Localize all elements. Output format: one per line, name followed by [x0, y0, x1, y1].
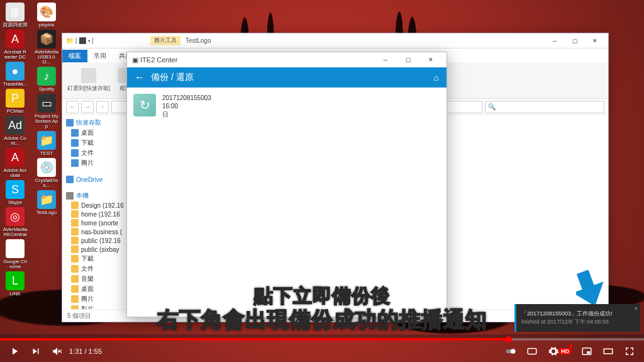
- minimize-button[interactable]: ─: [545, 35, 564, 47]
- nav-item[interactable]: home (192.16: [62, 210, 131, 218]
- nav-item[interactable]: 桌面: [62, 128, 131, 138]
- close-icon[interactable]: ×: [635, 305, 638, 312]
- ribbon-contextual-tab: 圖片工具: [150, 36, 180, 45]
- desktop-icon[interactable]: 🎨picpick: [34, 3, 59, 28]
- captions-button[interactable]: [526, 346, 538, 357]
- svg-rect-5: [604, 349, 613, 354]
- desktop-icon[interactable]: ▭Project My Screen App: [34, 94, 59, 129]
- svg-rect-4: [587, 351, 590, 354]
- desktop-icon[interactable]: AdAdobe Cont...: [3, 116, 28, 146]
- desktop-icon[interactable]: 🗑資源回收筒: [3, 3, 28, 28]
- folder-icon: 📁 | ⬛ ▪ |: [66, 37, 94, 44]
- ite2-header-title: 備份 / 還原: [151, 72, 194, 83]
- close-button[interactable]: ✕: [586, 35, 604, 47]
- nav-item[interactable]: 快速存取: [62, 118, 131, 128]
- backup-day: 日: [162, 110, 211, 118]
- ite2-body[interactable]: ↻ 20171208155003 16:00 日: [127, 88, 447, 317]
- backup-thumb-icon: ↻: [133, 94, 156, 116]
- nav-up-button[interactable]: ↑: [96, 101, 109, 113]
- back-arrow-icon[interactable]: ←: [135, 72, 145, 83]
- search-box[interactable]: 🔍: [485, 101, 604, 113]
- nav-item[interactable]: 影片: [62, 304, 131, 309]
- desktop-icon[interactable]: SSkype: [3, 180, 28, 205]
- notif-title: 「20171208155003」工作備份成功!: [521, 310, 635, 318]
- svg-rect-2: [528, 349, 536, 354]
- nav-item[interactable]: public (192.16: [62, 236, 131, 245]
- ite2-titlebar[interactable]: ▣ ITE2 Center ─ ▢ ✕: [127, 52, 447, 67]
- nav-item[interactable]: home (snorte: [62, 218, 131, 227]
- desktop-icon[interactable]: 📦AVerMedia USB3.0 D...: [34, 30, 59, 65]
- nav-item[interactable]: 文件: [62, 264, 131, 274]
- backup-item[interactable]: ↻ 20171208155003 16:00 日: [133, 94, 440, 118]
- desktop-icon[interactable]: ◐Google Chrome: [3, 239, 28, 269]
- desktop-icon[interactable]: ♪Spotify: [34, 67, 59, 92]
- nav-item[interactable]: nas-business (: [62, 227, 131, 236]
- nav-fwd-button[interactable]: →: [81, 101, 94, 113]
- desktop-icon[interactable]: 📁TestLogo: [34, 190, 59, 215]
- miniplayer-button[interactable]: [581, 346, 592, 357]
- notif-time: inished at 2017/12/8 下午 04:06:56: [521, 318, 635, 326]
- pointer-graphic: [576, 270, 605, 307]
- ribbon-tab[interactable]: 常用: [87, 50, 113, 62]
- ite2-title-text: ITE2 Center: [140, 56, 177, 64]
- mute-button[interactable]: [52, 346, 63, 357]
- maximize-button[interactable]: ▢: [565, 35, 584, 47]
- explorer-titlebar[interactable]: 📁 | ⬛ ▪ | 圖片工具 TestLogo ─ ▢ ✕: [62, 33, 608, 48]
- svg-point-1: [511, 349, 516, 354]
- autoplay-toggle[interactable]: [505, 346, 516, 357]
- explorer-navpane[interactable]: 快速存取桌面下載文件圖片OneDrive本機Design (192.16home…: [62, 115, 131, 309]
- play-button[interactable]: [9, 346, 20, 357]
- maximize-button[interactable]: ▢: [397, 53, 419, 67]
- ribbon-tab[interactable]: 檔案: [62, 50, 87, 62]
- time-display: 1:31 / 1:55: [69, 348, 102, 355]
- theater-button[interactable]: [602, 346, 614, 357]
- window-title: TestLogo: [186, 37, 211, 44]
- nav-item[interactable]: 圖片: [62, 294, 131, 304]
- next-button[interactable]: [30, 346, 42, 357]
- nav-back-button[interactable]: ←: [66, 101, 79, 113]
- desktop-icon[interactable]: PPCMan: [3, 89, 28, 114]
- ite2-header: ← 備份 / 還原 ⌂: [127, 67, 447, 88]
- nav-item[interactable]: 本機: [62, 191, 131, 201]
- youtube-player-bar: 1:31 / 1:55 HD: [0, 338, 644, 362]
- desktop-icon[interactable]: AAcrobat Reader DC: [3, 30, 28, 60]
- notification-toast[interactable]: × 「20171208155003」工作備份成功! inished at 201…: [514, 304, 640, 332]
- desktop-icon[interactable]: ●TradeMa...: [3, 62, 28, 87]
- nav-item[interactable]: 圖片: [62, 158, 131, 168]
- ribbon-group[interactable]: 釘選到[快速存取]: [67, 68, 110, 93]
- desktop-icon[interactable]: LLINE: [3, 271, 28, 297]
- ite2-center-window[interactable]: ▣ ITE2 Center ─ ▢ ✕ ← 備份 / 還原 ⌂ ↻ 201712…: [126, 52, 447, 317]
- nav-item[interactable]: Design (192.16: [62, 201, 131, 210]
- nav-item[interactable]: 下載: [62, 138, 131, 148]
- desktop-icons: 🗑資源回收筒AAcrobat Reader DC●TradeMa...PPCMa…: [3, 3, 59, 297]
- desktop-icon[interactable]: 💿CrystalDisk...: [34, 158, 59, 188]
- nav-item[interactable]: 下載: [62, 254, 131, 264]
- backup-name: 20171208155003: [162, 94, 211, 102]
- close-button[interactable]: ✕: [420, 53, 441, 67]
- minimize-button[interactable]: ─: [375, 53, 396, 67]
- nav-item[interactable]: public (sixbay: [62, 245, 131, 254]
- desktop-icon[interactable]: ◎AVerMedia RECentral: [3, 207, 28, 237]
- home-icon[interactable]: ⌂: [434, 72, 439, 82]
- desktop-icon[interactable]: 📁TEST: [34, 131, 59, 156]
- nav-item[interactable]: 音樂: [62, 274, 131, 284]
- fullscreen-button[interactable]: [624, 346, 635, 357]
- nav-item[interactable]: 文件: [62, 148, 131, 158]
- settings-button[interactable]: HD: [548, 346, 571, 357]
- backup-time: 16:00: [162, 102, 211, 110]
- nav-item[interactable]: OneDrive: [62, 175, 131, 184]
- nav-item[interactable]: 桌面: [62, 284, 131, 294]
- desktop-icon[interactable]: AAdobe Acrobat: [3, 148, 28, 178]
- app-icon: ▣: [132, 56, 138, 64]
